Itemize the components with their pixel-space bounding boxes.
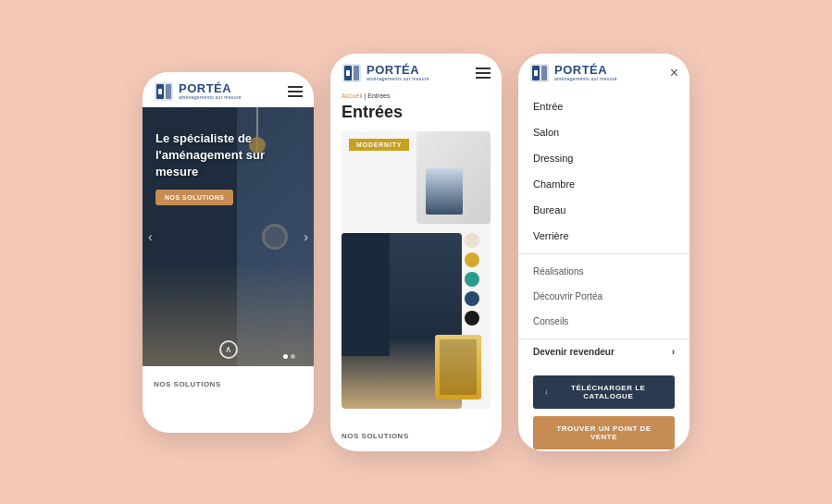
menu-actions: ↓ TÉLÉCHARGER LE CATALOGUE TROUVER UN PO… (518, 364, 689, 451)
hamburger-line-3 (476, 77, 491, 79)
logo-text-phone1: PORTÉA aménagements sur mesure (179, 82, 242, 100)
swatch-teal[interactable] (465, 272, 479, 287)
menu-item-salon[interactable]: Salon (518, 119, 689, 145)
hamburger-line-1 (288, 86, 303, 88)
portea-logo-icon-2 (341, 63, 362, 83)
hero-dot-1 (283, 354, 288, 359)
swatch-beige[interactable] (465, 233, 479, 248)
download-catalogue-button[interactable]: ↓ TÉLÉCHARGER LE CATALOGUE (533, 375, 675, 409)
breadcrumb-current: Entrées (367, 92, 390, 99)
breadcrumb-home-link[interactable]: Accueil (341, 92, 363, 99)
phone1-footer: NOS SOLUTIONS (143, 366, 314, 398)
hamburger-line-2 (476, 72, 491, 74)
menu-item-devenir-revendeur[interactable]: Devenir revendeur › (518, 339, 689, 364)
brand-tagline-phone2: aménagements sur mesure (366, 76, 429, 81)
phone2-header: PORTÉA aménagements sur mesure (330, 54, 502, 89)
phone3-body: PORTÉA aménagements sur mesure × Entrée … (518, 54, 689, 451)
menu-item-verriere[interactable]: Verrière (518, 223, 689, 249)
menu-item-dressing[interactable]: Dressing (518, 145, 689, 171)
menu-secondary-section: Réalisations Découvrir Portéa Conseils (518, 254, 689, 339)
revendeur-arrow: › (672, 347, 675, 357)
brand-name-phone2: PORTÉA (366, 64, 429, 76)
logo-phone2: PORTÉA aménagements sur mesure (341, 63, 429, 83)
phone3-menu-content: Entrée Salon Dressing Chambre Bureau Ver… (518, 89, 689, 451)
phone2-footer: NOS SOLUTIONS (330, 420, 502, 448)
hamburger-menu-phone2[interactable] (476, 68, 491, 79)
find-retailer-button[interactable]: TROUVER UN POINT DE VENTE (533, 416, 675, 449)
phone1-header: PORTÉA aménagements sur mesure (143, 72, 314, 107)
hamburger-line-1 (476, 68, 491, 69)
phones-container: PORTÉA aménagements sur mesure Le spécia… (143, 54, 689, 451)
logo-phone1: PORTÉA aménagements sur mesure (154, 81, 242, 102)
hero-dots (283, 354, 295, 359)
swatch-gold[interactable] (465, 252, 479, 267)
menu-item-entree[interactable]: Entrée (518, 93, 689, 119)
svg-rect-10 (541, 66, 547, 80)
phone1-hero: Le spécialiste de l'aménagement sur mesu… (143, 107, 314, 366)
hamburger-line-3 (288, 95, 303, 97)
download-catalogue-label: TÉLÉCHARGER LE CATALOGUE (553, 384, 664, 400)
brand-tagline-phone3: aménagements sur mesure (554, 76, 617, 81)
brand-name-phone3: PORTÉA (554, 64, 617, 76)
product-showcase: MODERNITY (341, 131, 491, 409)
swatch-navy[interactable] (465, 291, 479, 306)
hero-text-block: Le spécialiste de l'aménagement sur mesu… (155, 130, 301, 206)
hero-scroll-up[interactable]: ∧ (219, 340, 238, 359)
revendeur-label: Devenir revendeur (533, 347, 615, 357)
product-image-small (435, 335, 481, 400)
phone3-header: PORTÉA aménagements sur mesure × (518, 54, 689, 89)
modernity-badge: MODERNITY (349, 139, 409, 151)
logo-text-phone2: PORTÉA aménagements sur mesure (366, 64, 429, 81)
color-swatches (465, 233, 479, 326)
phone2-footer-label: NOS SOLUTIONS (341, 432, 409, 440)
phone-1: PORTÉA aménagements sur mesure Le spécia… (143, 72, 314, 433)
logo-phone3: PORTÉA aménagements sur mesure (529, 63, 617, 83)
svg-rect-11 (534, 70, 538, 76)
hamburger-line-2 (288, 91, 303, 92)
menu-item-conseils[interactable]: Conseils (518, 309, 689, 334)
logo-text-phone3: PORTÉA aménagements sur mesure (554, 64, 617, 81)
swatch-black[interactable] (465, 311, 479, 326)
brand-name-phone1: PORTÉA (179, 82, 242, 94)
hero-prev-arrow[interactable]: ‹ (148, 229, 153, 244)
svg-rect-6 (354, 66, 359, 80)
menu-primary-section: Entrée Salon Dressing Chambre Bureau Ver… (518, 89, 689, 254)
phone-3: PORTÉA aménagements sur mesure × Entrée … (518, 54, 689, 451)
hero-nos-solutions-button[interactable]: NOS SOLUTIONS (155, 190, 233, 205)
brand-tagline-phone1: aménagements sur mesure (179, 94, 242, 100)
hero-title: Le spécialiste de l'aménagement sur mesu… (155, 130, 301, 181)
svg-rect-7 (346, 70, 350, 76)
svg-rect-3 (158, 89, 162, 94)
page-title: Entrées (341, 103, 491, 122)
portea-logo-icon-3 (529, 63, 550, 83)
product-image-top-right (416, 131, 491, 224)
download-icon: ↓ (544, 387, 549, 396)
breadcrumb: Accueil | Entrées (330, 89, 502, 103)
svg-rect-2 (166, 84, 171, 99)
phone1-footer-label: NOS SOLUTIONS (154, 380, 221, 388)
menu-item-chambre[interactable]: Chambre (518, 171, 689, 197)
hero-dot-2 (291, 354, 295, 359)
phone2-content: Entrées MODERNITY (330, 103, 502, 420)
phone-2: PORTÉA aménagements sur mesure Accueil |… (330, 54, 502, 451)
portea-logo-icon (154, 81, 174, 102)
menu-item-bureau[interactable]: Bureau (518, 197, 689, 223)
close-menu-button[interactable]: × (670, 65, 678, 81)
hero-next-arrow[interactable]: › (304, 229, 308, 244)
menu-item-decouvrir[interactable]: Découvrir Portéa (518, 284, 689, 309)
menu-item-realisations[interactable]: Réalisations (518, 259, 689, 284)
hamburger-menu-phone1[interactable] (288, 86, 303, 97)
